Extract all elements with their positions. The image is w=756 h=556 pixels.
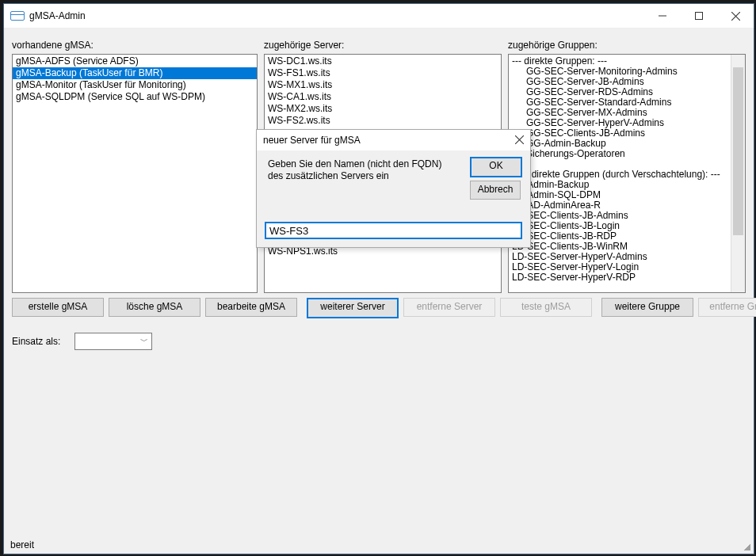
server-list-label: zugehörige Server: <box>264 40 502 51</box>
new-server-dialog: neuer Server für gMSA Geben Sie den Name… <box>256 129 531 248</box>
list-item[interactable]: gMSA-Monitor (TaskUser für Monitoring) <box>13 79 257 91</box>
remove-server-button: entferne Server <box>403 298 495 317</box>
button-row: erstelle gMSA lösche gMSA bearbeite gMSA… <box>12 298 746 318</box>
resize-grip-icon[interactable] <box>739 539 750 550</box>
chevron-down-icon: ﹀ <box>140 336 148 347</box>
window-title: gMSA-Admin <box>29 10 86 21</box>
app-window: gMSA-Admin vorhandene gMSA: gMSA-ADFS (S… <box>3 3 754 554</box>
list-item[interactable]: Sicherungs-Operatoren <box>509 149 745 159</box>
list-item[interactable]: LD-AD-AdminArea-R <box>509 200 745 211</box>
group-listbox[interactable]: --- direkte Gruppen: ---GG-SEC-Server-Mo… <box>508 54 746 293</box>
dialog-ok-button[interactable]: OK <box>470 157 522 177</box>
list-item[interactable]: gMSA-Backup (TaskUser für BMR) <box>13 67 257 79</box>
list-item[interactable]: GG-SEC-Server-Monitoring-Admins <box>509 67 745 77</box>
list-item[interactable]: WS-MX1.ws.its <box>265 79 501 91</box>
dialog-close-icon[interactable] <box>515 134 524 147</box>
app-icon <box>10 11 25 21</box>
dialog-server-input[interactable] <box>265 222 522 239</box>
list-item[interactable]: GG-SEC-Clients-JB-Admins <box>509 128 745 139</box>
list-item[interactable]: GG-SEC-Server-HyperV-Admins <box>509 118 745 128</box>
test-gmsa-button: teste gMSA <box>500 298 592 317</box>
list-item[interactable]: GG-SEC-Server-RDS-Admins <box>509 87 745 97</box>
titlebar: gMSA-Admin <box>4 4 754 29</box>
gmsa-listbox[interactable]: gMSA-ADFS (Service ADFS)gMSA-Backup (Tas… <box>12 54 258 293</box>
group-scrollbar[interactable] <box>731 55 745 292</box>
list-item[interactable]: gMSA-ADFS (Service ADFS) <box>13 55 257 67</box>
list-item[interactable]: LD-SEC-Clients-JB-Login <box>509 221 745 231</box>
dialog-title: neuer Server für gMSA <box>263 135 361 146</box>
gmsa-list-label: vorhandene gMSA: <box>12 40 258 51</box>
minimize-button[interactable] <box>644 4 681 28</box>
close-button[interactable] <box>717 4 754 28</box>
delete-gmsa-button[interactable]: lösche gMSA <box>109 298 200 317</box>
status-bar: bereit <box>4 536 754 554</box>
list-item[interactable]: WS-CA1.ws.its <box>265 91 501 103</box>
list-item[interactable]: WS-DC1.ws.its <box>265 55 501 67</box>
list-item[interactable]: WS-FS1.ws.its <box>265 67 501 79</box>
einsatz-label: Einsatz als: <box>12 336 60 347</box>
dialog-prompt-text: Geben Sie den Namen (nicht den FQDN) des… <box>268 158 459 182</box>
list-item[interactable]: gMSA-SQLDPM (Service SQL auf WS-DPM) <box>13 91 257 103</box>
add-group-button[interactable]: weitere Gruppe <box>601 298 693 317</box>
list-item[interactable]: LD-SEC-Server-HyperV-Login <box>509 262 745 272</box>
list-item[interactable]: LD-SEC-Server-HyperV-Admins <box>509 252 745 262</box>
remove-group-button: entferne Gruppe <box>698 298 756 317</box>
status-text: bereit <box>10 539 34 550</box>
create-gmsa-button[interactable]: erstelle gMSA <box>12 298 104 317</box>
group-list-label: zugehörige Gruppen: <box>508 40 746 51</box>
einsatz-combobox[interactable]: ﹀ <box>74 333 152 350</box>
list-item[interactable]: GG-SEC-Server-MX-Admins <box>509 108 745 118</box>
list-item[interactable]: GG-SEC-Server-JB-Admins <box>509 77 745 87</box>
scrollbar-thumb[interactable] <box>733 67 743 235</box>
client-area: vorhandene gMSA: gMSA-ADFS (Service ADFS… <box>4 29 754 554</box>
edit-gmsa-button[interactable]: bearbeite gMSA <box>205 298 297 317</box>
einsatz-row: Einsatz als: ﹀ <box>12 333 152 350</box>
svg-rect-1 <box>696 13 703 20</box>
list-item[interactable]: --- direkte Gruppen: --- <box>509 56 745 67</box>
list-item[interactable]: LD-SEC-Clients-JB-RDP <box>509 231 745 242</box>
list-item[interactable]: GG-SEC-Server-Standard-Admins <box>509 97 745 108</box>
maximize-button[interactable] <box>681 4 717 28</box>
list-item[interactable]: LD-SEC-Server-HyperV-RDP <box>509 272 745 283</box>
list-item[interactable]: LD-Admin-SQL-DPM <box>509 190 745 200</box>
list-item[interactable]: WS-MX2.ws.its <box>265 103 501 115</box>
list-item[interactable]: WS-FS2.ws.its <box>265 115 501 127</box>
add-server-button[interactable]: weiterer Server <box>307 298 399 318</box>
list-item[interactable] <box>509 159 745 169</box>
list-item[interactable]: LD-SEC-Clients-JB-Admins <box>509 211 745 221</box>
list-item[interactable]: LD-SEC-Clients-JB-WinRM <box>509 242 745 252</box>
list-item[interactable]: GG-Admin-Backup <box>509 139 745 149</box>
list-item[interactable]: LD-Admin-Backup <box>509 180 745 190</box>
list-item[interactable]: --- indirekte Gruppen (durch Verschachte… <box>509 169 745 180</box>
dialog-cancel-button[interactable]: Abbrech <box>470 181 521 200</box>
